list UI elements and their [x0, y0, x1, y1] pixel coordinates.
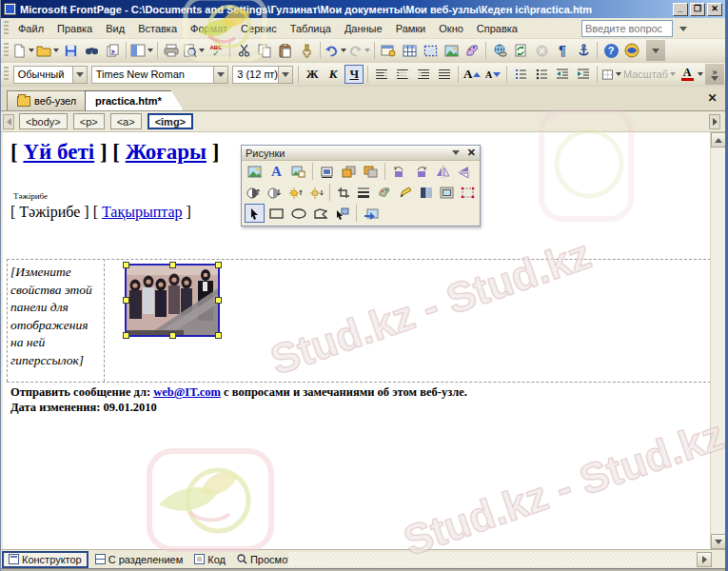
- link-bar-placeholder-text[interactable]: [Измените свойства этой панели для отобр…: [10, 264, 104, 369]
- menu-file[interactable]: Файл: [11, 20, 50, 37]
- tag-img[interactable]: <img>: [148, 113, 193, 129]
- close-page-icon[interactable]: ✕: [705, 90, 719, 105]
- design-view-canvas[interactable]: [ Үй беті ] [ Жоғары ] Тәжірибе [ Тәжіри…: [3, 132, 712, 549]
- new-page-button[interactable]: [12, 41, 34, 60]
- scroll-up-icon[interactable]: [711, 132, 726, 148]
- maximize-button[interactable]: ❐: [690, 3, 705, 16]
- minimize-button[interactable]: _: [673, 3, 688, 16]
- rotate-right-button[interactable]: [411, 162, 431, 181]
- line-style-button[interactable]: [355, 183, 374, 202]
- circular-hotspot-button[interactable]: [288, 204, 308, 223]
- align-right-button[interactable]: [414, 65, 433, 84]
- more-contrast-button[interactable]: [245, 183, 264, 202]
- tag-scroll-right-icon[interactable]: [709, 114, 720, 129]
- resample-button[interactable]: [458, 183, 477, 202]
- toolbar-grip[interactable]: [4, 67, 9, 82]
- copy-button[interactable]: [255, 41, 274, 60]
- open-button[interactable]: [36, 41, 59, 60]
- flip-horizontal-button[interactable]: [433, 162, 453, 181]
- tab-web-site[interactable]: веб-узел: [7, 90, 87, 110]
- position-absolutely-button[interactable]: [317, 162, 337, 181]
- size-combobox[interactable]: 3 (12 пт): [232, 66, 293, 84]
- insert-web-component-button[interactable]: [379, 41, 398, 60]
- insert-table-button[interactable]: [400, 41, 419, 60]
- insert-picture-button[interactable]: [245, 162, 265, 181]
- menu-help[interactable]: Справка: [470, 20, 524, 37]
- view-code-button[interactable]: Код: [189, 551, 230, 568]
- email-link[interactable]: web@IT.com: [153, 385, 221, 399]
- insert-drawing-button[interactable]: [462, 41, 482, 60]
- send-backward-button[interactable]: [361, 162, 381, 181]
- bevel-button[interactable]: [438, 183, 457, 202]
- align-justify-button[interactable]: [435, 65, 454, 84]
- polygonal-hotspot-button[interactable]: [310, 204, 330, 223]
- color-button[interactable]: [417, 183, 436, 202]
- align-left-button[interactable]: [372, 65, 391, 84]
- spelling-button[interactable]: ABC ✓: [207, 41, 226, 60]
- stop-button[interactable]: [532, 41, 551, 60]
- resize-handle-sw[interactable]: [123, 332, 129, 339]
- help-button[interactable]: ?: [601, 41, 620, 60]
- resize-handle-n[interactable]: [169, 262, 176, 268]
- tag-p[interactable]: <p>: [73, 113, 105, 129]
- borders-button[interactable]: [601, 65, 621, 84]
- tab-practica[interactable]: practica.htm*: [85, 90, 184, 110]
- size-dropdown-icon[interactable]: [278, 67, 292, 83]
- decrease-indent-button[interactable]: [553, 65, 572, 84]
- style-dropdown-icon[interactable]: [72, 67, 87, 83]
- paste-button[interactable]: [276, 41, 295, 60]
- hscroll-right-icon[interactable]: [697, 552, 712, 567]
- insert-picture-button[interactable]: [442, 41, 461, 60]
- ask-question-input[interactable]: [582, 21, 672, 36]
- redo-button[interactable]: [348, 41, 370, 60]
- decrease-font-button[interactable]: A: [483, 65, 502, 84]
- resize-handle-s[interactable]: [169, 332, 176, 339]
- font-color-button[interactable]: A: [678, 65, 697, 84]
- menu-view[interactable]: Вид: [99, 20, 131, 37]
- crop-button[interactable]: [334, 183, 353, 202]
- menu-edit[interactable]: Правка: [50, 20, 99, 37]
- less-brightness-button[interactable]: [306, 183, 325, 202]
- menu-table[interactable]: Таблица: [284, 20, 338, 37]
- resize-handle-nw[interactable]: [123, 262, 129, 268]
- pictures-toolbar-close-icon[interactable]: ✕: [467, 147, 476, 159]
- italic-button[interactable]: К: [324, 65, 343, 84]
- cut-button[interactable]: [234, 41, 253, 60]
- bookmark-anchor-button[interactable]: [574, 41, 593, 60]
- toolbar-grip[interactable]: [4, 21, 9, 36]
- select-button[interactable]: [245, 204, 265, 223]
- web-search-button[interactable]: [622, 41, 641, 60]
- link-up[interactable]: Жоғары: [126, 140, 207, 164]
- pictures-toolbar-titlebar[interactable]: Рисунки ✕: [242, 146, 480, 161]
- underline-button[interactable]: Ч: [344, 65, 364, 84]
- show-all-button[interactable]: ¶: [553, 41, 572, 60]
- menu-insert[interactable]: Вставка: [131, 20, 184, 37]
- bulleted-list-button[interactable]: [532, 65, 551, 84]
- hscroll-track[interactable]: [288, 552, 697, 567]
- resize-handle-e[interactable]: [215, 297, 222, 304]
- rectangular-hotspot-button[interactable]: [266, 204, 286, 223]
- font-combobox[interactable]: Times New Roman: [91, 66, 229, 84]
- undo-button[interactable]: [325, 41, 346, 60]
- view-design-button[interactable]: Конструктор: [2, 551, 89, 568]
- set-transparent-color-button[interactable]: [396, 183, 415, 202]
- resize-handle-ne[interactable]: [215, 262, 222, 268]
- restore-button[interactable]: [361, 204, 381, 223]
- highlight-hotspots-button[interactable]: [332, 204, 352, 223]
- content-photo[interactable]: [125, 264, 220, 337]
- resize-handle-se[interactable]: [215, 332, 222, 339]
- increase-font-button[interactable]: A: [462, 65, 482, 84]
- format-painter-button[interactable]: [297, 41, 316, 60]
- menu-data[interactable]: Данные: [338, 20, 389, 37]
- align-center-button[interactable]: [393, 65, 412, 84]
- link-topics[interactable]: Тақырыптар: [102, 204, 183, 220]
- link-home[interactable]: Үй беті: [23, 140, 94, 164]
- numbered-list-button[interactable]: [511, 65, 530, 84]
- tag-body[interactable]: <body>: [19, 113, 68, 129]
- menu-window[interactable]: Окно: [432, 20, 470, 37]
- style-combobox[interactable]: Обычный: [13, 66, 88, 84]
- tag-scroll-left-icon[interactable]: [3, 114, 14, 129]
- bold-button[interactable]: Ж: [303, 65, 322, 84]
- bring-forward-button[interactable]: [339, 162, 359, 181]
- more-brightness-button[interactable]: [285, 183, 305, 202]
